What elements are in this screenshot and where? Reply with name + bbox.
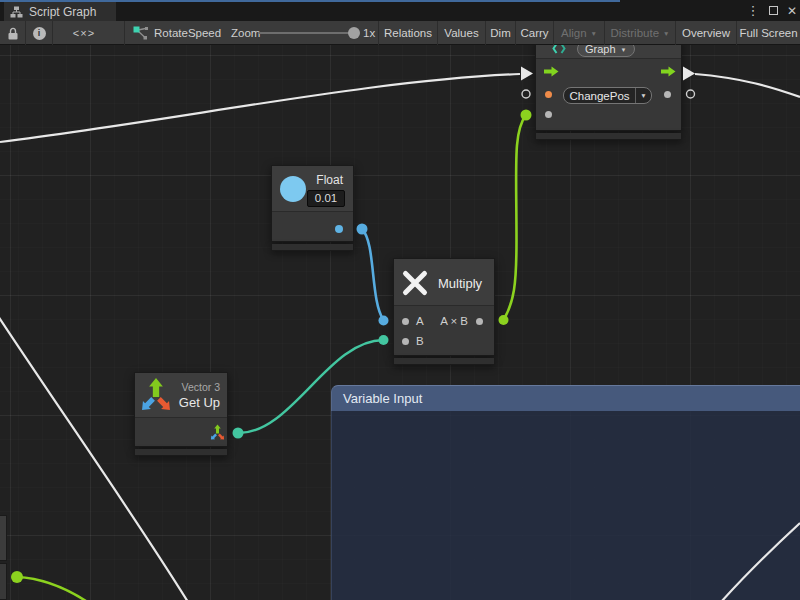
code-view-button[interactable]: <×> (52, 21, 115, 45)
float-type-icon (280, 176, 306, 202)
variable-name-label: ChangePos (564, 90, 635, 102)
node-multiply[interactable]: Multiply A A × B B (393, 258, 495, 365)
window-menu-button[interactable]: ⋮ (746, 0, 760, 21)
node-footer (134, 449, 228, 456)
chevron-down-icon: ▼ (663, 31, 669, 38)
info-button[interactable]: i (25, 21, 52, 45)
zoom-value: 1x (363, 21, 375, 45)
node-partial-left-body[interactable] (0, 563, 7, 600)
lock-icon (7, 27, 19, 40)
input-b-port[interactable] (402, 338, 409, 345)
chevron-down-icon: ▼ (621, 47, 627, 53)
toolbar-button-values[interactable]: Values (437, 21, 485, 45)
float-value-input[interactable]: 0.01 (307, 190, 345, 207)
input-a-label: A (416, 315, 424, 327)
multiply-icon (401, 269, 429, 297)
zoom-slider-knob[interactable] (348, 27, 360, 39)
graph-variable-name: RotateSpeed (154, 27, 221, 39)
node-footer (393, 358, 495, 365)
output-port[interactable] (476, 318, 483, 325)
input-a-port[interactable] (402, 318, 409, 325)
node-vector3-get-up[interactable]: Vector 3 Get Up (134, 372, 228, 456)
tab-bar: Script Graph ⋮ ✕ (0, 0, 800, 21)
node-title: Multiply (438, 276, 482, 291)
window-close-button[interactable]: ✕ (784, 0, 800, 21)
tab-script-graph[interactable]: Script Graph (4, 2, 116, 21)
toolbar-button-overview[interactable]: Overview (675, 21, 736, 45)
zoom-label: Zoom (231, 21, 260, 45)
graph-tab-icon (10, 6, 23, 18)
info-icon: i (33, 27, 46, 40)
node-footer (535, 133, 682, 140)
node-set-variable[interactable]: Graph ▼ ChangePos ▼ (535, 38, 682, 141)
group-header[interactable]: Variable Input (331, 385, 800, 411)
group-body (331, 411, 800, 600)
window-maximize-button[interactable] (764, 0, 782, 21)
variable-name-dropdown[interactable]: ChangePos ▼ (563, 87, 652, 104)
zoom-slider[interactable] (258, 32, 351, 34)
node-partial-left-header[interactable] (0, 515, 7, 561)
input-b-label: B (416, 335, 424, 347)
code-icon: <×> (73, 27, 95, 39)
graph-breadcrumb-chip[interactable]: RotateSpeed (124, 21, 221, 45)
node-type-label: Vector 3 (181, 381, 220, 393)
chevron-down-icon: ▼ (591, 31, 597, 38)
maximize-icon (769, 6, 778, 15)
output-value-port[interactable] (664, 91, 671, 98)
chevron-down-icon: ▼ (635, 88, 651, 103)
output-label: A × B (440, 315, 468, 327)
vector3-icon (138, 377, 174, 415)
tab-title: Script Graph (29, 5, 96, 19)
toolbar-button-full-screen[interactable]: Full Screen (736, 21, 800, 45)
node-title: Float (316, 173, 343, 187)
input-value-port[interactable] (545, 111, 552, 118)
node-float-literal[interactable]: Float 0.01 (271, 165, 354, 251)
variable-name-port[interactable] (545, 91, 552, 98)
node-footer (271, 244, 354, 251)
toolbar-button-carry[interactable]: Carry (515, 21, 553, 45)
graph-toolbar: i <×> RotateSpeed Zoom 1x Relations Valu… (0, 21, 800, 45)
script-graph-window: Variable Input Graph ▼ (0, 0, 800, 600)
group-title: Variable Input (343, 391, 422, 406)
toolbar-button-distribute: Distribute▼ (604, 21, 675, 45)
toolbar-button-dim[interactable]: Dim (485, 21, 515, 45)
flow-out-arrow-icon[interactable] (660, 65, 677, 78)
toolbar-button-align: Align▼ (553, 21, 604, 45)
float-output-port[interactable] (335, 225, 343, 233)
lock-button[interactable] (0, 21, 25, 45)
vector3-output-port[interactable] (209, 424, 226, 442)
flow-in-arrow-icon[interactable] (543, 65, 560, 78)
toolbar-button-relations[interactable]: Relations (378, 21, 437, 45)
script-graph-icon (133, 26, 148, 40)
node-title: Get Up (179, 395, 220, 410)
group-variable-input: Variable Input (331, 385, 800, 600)
